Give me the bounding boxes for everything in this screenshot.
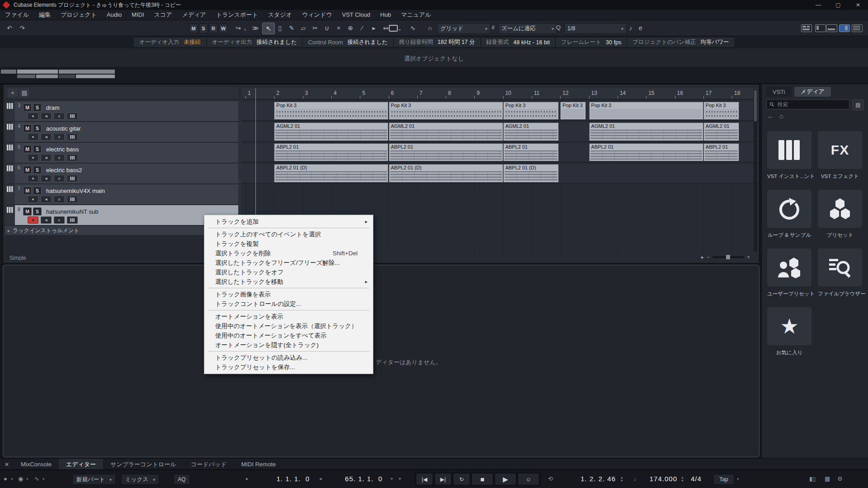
instrument-edit-button[interactable] bbox=[67, 154, 78, 161]
automation-m-button[interactable]: M bbox=[189, 23, 198, 33]
snap-icon[interactable]: ∩ bbox=[424, 23, 436, 33]
erase-tool-icon[interactable]: ▱ bbox=[297, 23, 309, 33]
play-button[interactable]: ▶ bbox=[495, 473, 516, 485]
left-locator-display[interactable]: 1. 1. 1. 0 bbox=[255, 475, 310, 483]
lower-zone-tab[interactable]: MIDI Remote bbox=[234, 459, 283, 470]
status-segment[interactable]: フレームレート30 fps bbox=[556, 38, 627, 47]
object-select-tool-icon[interactable]: ↖ bbox=[262, 23, 275, 34]
draw-tool-icon[interactable]: ✎ bbox=[286, 23, 297, 33]
lower-zone-tab[interactable]: MixConsole bbox=[14, 459, 59, 470]
add-track-icon[interactable]: + bbox=[8, 89, 18, 97]
transport-settings-gear-icon[interactable]: ⚙ bbox=[837, 475, 843, 482]
midi-event-clip[interactable]: AGML2 01 bbox=[389, 122, 503, 141]
range-select-tool-icon[interactable]: ▯ bbox=[274, 23, 286, 33]
edit-channel-button[interactable]: e bbox=[54, 175, 65, 182]
midi-event-clip[interactable]: AGML2 01 bbox=[274, 122, 388, 141]
record-part-mode-dropdown[interactable]: 新規パート▾ bbox=[72, 474, 116, 485]
midi-event-clip[interactable]: ABPL2 01 bbox=[503, 143, 559, 161]
solo-button[interactable]: S bbox=[33, 103, 42, 112]
mute-button[interactable]: M bbox=[23, 187, 32, 195]
context-menu-item[interactable]: オートメーションを表示 bbox=[204, 312, 373, 321]
media-search-box[interactable] bbox=[766, 99, 849, 109]
position-display[interactable]: 1. 2. 2. 46 bbox=[566, 475, 616, 483]
monitor-button[interactable]: ◄ bbox=[41, 133, 52, 141]
midi-event-clip[interactable]: AGML2 01 bbox=[589, 122, 703, 141]
tempo-spinner[interactable]: ▲▼ bbox=[681, 476, 684, 482]
rack-tab-メディア[interactable]: メディア bbox=[794, 87, 831, 97]
tempo-display[interactable]: 174.000 bbox=[644, 475, 677, 483]
stop-button[interactable]: ■ bbox=[472, 473, 493, 485]
context-menu-item[interactable]: 選択トラックを削除Shift+Del bbox=[204, 249, 373, 258]
mute-button[interactable]: M bbox=[23, 103, 32, 112]
mute-button[interactable]: M bbox=[23, 145, 32, 153]
record-enable-button[interactable]: ● bbox=[28, 196, 38, 203]
midi-event-clip[interactable]: ABPL2 01 (D) bbox=[389, 164, 503, 183]
monitor-button[interactable]: ◄ bbox=[41, 175, 52, 182]
context-menu-item[interactable]: トラック画像を表示 bbox=[204, 290, 373, 299]
context-menu-item[interactable]: トラックを追加▸ bbox=[204, 217, 373, 226]
virtual-keyboard-icon[interactable]: ▦ bbox=[825, 475, 830, 482]
menubar-item[interactable]: プロジェクト bbox=[56, 10, 102, 20]
lower-zone-tab[interactable]: コードパッド bbox=[184, 459, 234, 470]
status-segment[interactable]: オーディオ入力未接続 bbox=[134, 38, 206, 47]
menubar-item[interactable]: ファイル bbox=[0, 10, 34, 20]
record-enable-button[interactable]: ● bbox=[28, 216, 38, 224]
midi-event-clip[interactable]: Pop Kit 3 bbox=[274, 102, 388, 120]
midi-event-clip[interactable]: ABPL2 01 bbox=[589, 143, 703, 161]
maximize-button[interactable]: ▢ bbox=[828, 0, 848, 10]
monitor-button[interactable]: ◄ bbox=[41, 113, 52, 120]
midi-event-clip[interactable]: Pop Kit 3 bbox=[703, 102, 739, 120]
status-segment[interactable]: 残り録音時間182 時間 17 分 bbox=[394, 38, 481, 47]
edit-channel-button[interactable]: e bbox=[54, 196, 65, 203]
edit-channel-button[interactable]: e bbox=[54, 154, 65, 161]
media-tile[interactable]: FXVST エフェクト bbox=[818, 131, 862, 180]
go-to-end-button[interactable]: ▶| bbox=[434, 473, 452, 485]
timeline-ruler[interactable]: 123456789101112131415161718 bbox=[241, 88, 758, 99]
line-tool-icon[interactable]: ∕ bbox=[356, 23, 368, 33]
zoom-in-icon[interactable]: + bbox=[747, 254, 750, 260]
context-menu-item[interactable]: トラック上のすべてのイベントを選択 bbox=[204, 230, 373, 239]
solo-button[interactable]: S bbox=[33, 187, 42, 195]
instrument-edit-button[interactable] bbox=[67, 133, 78, 141]
midi-event-clip[interactable]: ABPL2 01 bbox=[703, 143, 739, 161]
automation-s-button[interactable]: S bbox=[199, 23, 208, 33]
midi-event-clip[interactable]: Pop Kit 3 bbox=[389, 102, 503, 120]
mute-button[interactable]: M bbox=[23, 166, 32, 174]
zoom-out-icon[interactable]: − bbox=[707, 254, 710, 260]
menubar-item[interactable]: マニュアル bbox=[396, 10, 436, 20]
media-tile[interactable]: ファイルブラウザー bbox=[818, 249, 862, 297]
auto-quantize-button[interactable]: AQ bbox=[174, 474, 190, 485]
menubar-item[interactable]: トランスポート bbox=[211, 10, 263, 20]
close-lower-zone-icon[interactable]: ✕ bbox=[0, 461, 14, 468]
solo-button[interactable]: S bbox=[33, 145, 42, 153]
automation-w-button[interactable]: W bbox=[219, 23, 228, 33]
media-tile[interactable]: ループ & サンプル bbox=[767, 190, 811, 239]
track-row[interactable]: 7MShatsunemikuV4X main●◄e bbox=[5, 184, 238, 204]
zoom-tool-icon[interactable]: ⊕ bbox=[344, 23, 356, 33]
folder-track-row[interactable]: ▸ ラックインストゥルメント bbox=[5, 226, 238, 235]
context-menu-item[interactable]: トラックを複製 bbox=[204, 239, 373, 249]
edit-channel-button[interactable]: e bbox=[54, 133, 65, 141]
play-tool-icon[interactable]: ▸ bbox=[368, 23, 380, 33]
close-button[interactable]: ✕ bbox=[848, 0, 868, 10]
menubar-item[interactable]: MIDI bbox=[127, 10, 149, 20]
horizontal-zoom-control[interactable]: ▸ − + bbox=[701, 254, 750, 260]
instrument-edit-button[interactable] bbox=[67, 175, 78, 182]
context-menu-item[interactable]: 選択したトラックを移動▸ bbox=[204, 277, 373, 286]
midi-event-clip[interactable]: ABPL2 01 bbox=[389, 143, 503, 161]
bubble-caret-icon[interactable]: ▾ bbox=[399, 28, 401, 32]
cycle-mode-icon[interactable]: ◉ bbox=[18, 475, 23, 482]
grid-icon[interactable]: # bbox=[491, 24, 495, 31]
context-menu-item[interactable]: 選択したトラックをオフ bbox=[204, 267, 373, 277]
edit-channel-button[interactable]: e bbox=[54, 113, 65, 120]
menubar-item[interactable]: スタジオ bbox=[263, 10, 297, 20]
status-segment[interactable]: オーディオ出力接続されました bbox=[207, 38, 302, 47]
time-signature-display[interactable]: 4/4 bbox=[691, 475, 702, 483]
lower-zone-tab[interactable]: エディター bbox=[59, 459, 103, 470]
lower-zone-toggle-icon[interactable] bbox=[826, 24, 837, 32]
midi-event-clip[interactable]: Pop Kit 3 bbox=[589, 102, 703, 120]
menubar-item[interactable]: Hub bbox=[375, 10, 396, 20]
right-locator-display[interactable]: 65. 1. 1. 0 bbox=[326, 475, 382, 483]
context-menu-item[interactable]: 選択したトラックをフリーズ/フリーズ解除... bbox=[204, 258, 373, 267]
instrument-edit-button[interactable] bbox=[67, 113, 78, 120]
